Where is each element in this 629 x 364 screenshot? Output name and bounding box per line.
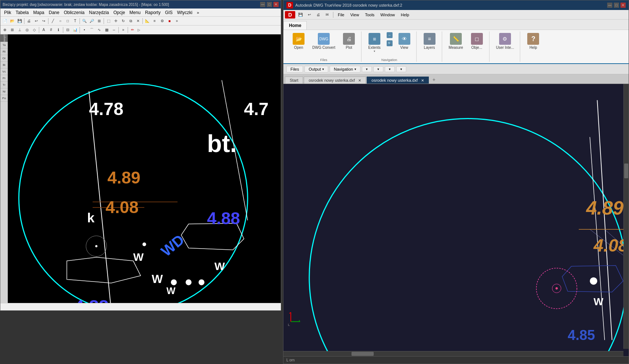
tb-new[interactable]: 📄 (1, 17, 9, 25)
doc-tab-file2[interactable]: osrodek nowy usterka.dxf ✕ (367, 77, 429, 84)
menu-tabela[interactable]: Tabela (13, 9, 31, 16)
side-pr[interactable]: Pr (0, 75, 8, 82)
ribbon-object-button[interactable]: ◻ Obje... (468, 31, 486, 51)
right-menu-file[interactable]: File (336, 12, 347, 18)
tb-move[interactable]: ✛ (112, 17, 120, 25)
tb-save[interactable]: 💾 (16, 17, 23, 25)
tb-delete[interactable]: ✕ (134, 17, 142, 25)
tb-measure[interactable]: 📐 (144, 17, 151, 25)
tb-rect[interactable]: □ (64, 17, 71, 25)
ribbon-tab-home[interactable]: Home (283, 21, 307, 30)
ribbon-view-button[interactable]: 👁 View (396, 31, 413, 51)
tb-print[interactable]: 🖨 (25, 17, 33, 25)
doc-tab-file1[interactable]: osrodek nowy usterka.dxf ✕ (304, 77, 366, 84)
tb2-info[interactable]: ℹ (55, 26, 62, 34)
side-ni[interactable]: Ni (0, 88, 8, 95)
tb2-dim[interactable]: ↔ (110, 26, 118, 34)
doc-tab-start[interactable]: Start (285, 77, 303, 84)
second-extra4-btn[interactable]: ▾ (396, 66, 406, 72)
tb-layer[interactable]: ≡ (151, 17, 158, 25)
right-maximize-button[interactable]: □ (614, 3, 619, 8)
tb2-num[interactable]: # (47, 26, 55, 34)
doc-tab-add[interactable]: + (430, 75, 438, 84)
menu-narzedzia[interactable]: Narzędzia (87, 9, 111, 16)
tb2-polar[interactable]: ◎ (23, 26, 31, 34)
ribbon-measure-button[interactable]: 📏 Measure (446, 31, 466, 51)
ribbon-plot-button[interactable]: 🖨 Plot (340, 31, 358, 51)
menu-wtyczki[interactable]: Wtyczki (175, 9, 195, 16)
tb-copy[interactable]: ⧉ (127, 17, 134, 25)
left-map-drawing[interactable]: 4.78 4.7 bt. 4.89 4.08 4.88 k WD W W W W… (8, 34, 281, 303)
tb-color[interactable]: ■ (166, 17, 173, 25)
side-or[interactable]: Or (0, 55, 8, 62)
ribbon-extents-button[interactable]: ⊞ Extents ▾ (365, 31, 383, 54)
side-po[interactable]: Po (0, 95, 8, 102)
right-minimize-button[interactable]: — (607, 3, 612, 8)
second-extra3-btn[interactable]: ▾ (385, 66, 395, 72)
doc-tab1-close[interactable]: ✕ (358, 78, 361, 82)
menu-raporty[interactable]: Raporty (143, 9, 163, 16)
tb-undo[interactable]: ↩ (33, 17, 40, 25)
tb2-snap[interactable]: ⊕ (1, 26, 9, 34)
ribbon-dwgconvert-button[interactable]: DWG DWG Convert (309, 31, 338, 51)
tb-select[interactable]: ⬚ (105, 17, 112, 25)
side-rt[interactable]: Rt (0, 48, 8, 55)
tb2-spline[interactable]: ∿ (95, 26, 103, 34)
nav-zoom-button[interactable]: 🔍 (384, 40, 395, 47)
side-tr[interactable]: Tr (0, 82, 8, 88)
side-vc[interactable]: Vc (0, 68, 8, 75)
second-extra1-btn[interactable]: ▾ (362, 66, 372, 72)
tb2-table[interactable]: ⊟ (64, 26, 71, 34)
qa-print[interactable]: 🖨 (314, 11, 322, 18)
right-menu-window[interactable]: Window (378, 12, 397, 18)
tb-line[interactable]: ╱ (49, 17, 57, 25)
ribbon-layers-button[interactable]: ≡ Layers (420, 31, 439, 51)
tb2-chart[interactable]: 📊 (71, 26, 79, 34)
tb-redo[interactable]: ↪ (40, 17, 47, 25)
qa-save[interactable]: 💾 (297, 11, 304, 18)
app-menu-button[interactable]: D (285, 11, 295, 18)
doc-tab2-close[interactable]: ✕ (421, 78, 424, 82)
menu-obliczenia[interactable]: Obliczenia (61, 9, 87, 16)
right-menu-help[interactable]: Help (398, 12, 411, 18)
tb2-pen[interactable]: ✏ (129, 26, 136, 34)
ribbon-userinte-button[interactable]: ⚙ User Inte... (493, 31, 517, 51)
second-extra2-btn[interactable]: ▾ (373, 66, 383, 72)
right-scroll-thumb-horizontal[interactable] (352, 352, 374, 356)
menu-plik[interactable]: Plik (2, 9, 13, 16)
qa-email[interactable]: ✉ (323, 11, 331, 18)
second-navigation-btn[interactable]: Navigation ▾ (330, 66, 360, 73)
menu-opcje[interactable]: Opcje (111, 9, 127, 16)
ribbon-open-button[interactable]: 📂 Open (289, 31, 308, 51)
right-scroll-thumb-vertical[interactable] (624, 164, 628, 178)
maximize-button[interactable]: □ (267, 2, 272, 7)
tb-rotate[interactable]: ↻ (120, 17, 127, 25)
qa-undo[interactable]: ↩ (306, 11, 313, 18)
tb2-ortho[interactable]: ⊥ (16, 26, 23, 34)
tb2-grid[interactable]: ⊞ (9, 26, 16, 34)
tb-props[interactable]: ⚙ (158, 17, 166, 25)
tb-zoom-fit[interactable]: ⊞ (95, 17, 103, 25)
menu-menu[interactable]: Menu (127, 9, 143, 16)
tb-zoom-in[interactable]: 🔍 (81, 17, 88, 25)
second-files-btn[interactable]: Files (286, 66, 303, 73)
tb-zoom-out[interactable]: 🔎 (88, 17, 95, 25)
right-canvas[interactable]: W W W W W 4.89 4.08 4.8 4.85 (283, 84, 629, 356)
nav-pan-button[interactable]: ↔ (384, 31, 395, 39)
tb2-extend[interactable]: » (120, 26, 127, 34)
tb-text[interactable]: T (71, 17, 79, 25)
right-scrollbar-horizontal[interactable] (283, 351, 623, 356)
right-close-button[interactable]: ✕ (620, 3, 626, 8)
second-output-btn[interactable]: Output ▾ (305, 66, 328, 73)
menu-mapa[interactable]: Mapa (31, 9, 47, 16)
minimize-button[interactable]: — (260, 2, 265, 7)
tb2-arc[interactable]: ⌒ (88, 26, 95, 34)
menu-dane[interactable]: Dane (47, 9, 62, 16)
right-scrollbar-vertical[interactable] (623, 84, 629, 349)
tb2-osnap[interactable]: ◇ (31, 26, 38, 34)
tb-open[interactable]: 📂 (9, 17, 16, 25)
tb2-extra2[interactable]: ▷ (136, 26, 141, 34)
side-bi[interactable]: Bi (0, 62, 8, 68)
menu-gis[interactable]: GIS (163, 9, 175, 16)
tb2-point[interactable]: • (81, 26, 88, 34)
